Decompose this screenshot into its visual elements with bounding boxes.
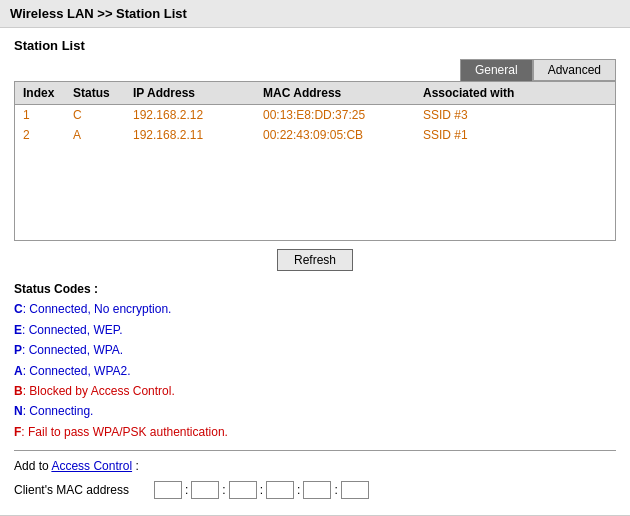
mac-label: Client's MAC address bbox=[14, 483, 154, 497]
cell-ip: 192.168.2.12 bbox=[125, 105, 255, 126]
section-title: Station List bbox=[14, 38, 616, 53]
tab-advanced[interactable]: Advanced bbox=[533, 59, 616, 81]
access-control-link[interactable]: Access Control bbox=[51, 459, 132, 473]
cell-index: 2 bbox=[15, 125, 65, 145]
mac-octet-2[interactable] bbox=[191, 481, 219, 499]
code-f-desc: : Fail to pass WPA/PSK authentication. bbox=[21, 425, 228, 439]
tab-bar: General Advanced bbox=[14, 59, 616, 81]
add-to-label: Add to bbox=[14, 459, 49, 473]
table-row: 2 A 192.168.2.11 00:22:43:09:05:CB SSID … bbox=[15, 125, 615, 145]
station-table-container: Index Status IP Address MAC Address Asso… bbox=[14, 81, 616, 241]
col-header-ip: IP Address bbox=[125, 82, 255, 105]
cell-mac: 00:22:43:09:05:CB bbox=[255, 125, 415, 145]
col-header-index: Index bbox=[15, 82, 65, 105]
cell-assoc: SSID #1 bbox=[415, 125, 615, 145]
mac-input-row: Client's MAC address : : : : : bbox=[14, 481, 616, 499]
code-b-letter: B bbox=[14, 384, 23, 398]
cell-index: 1 bbox=[15, 105, 65, 126]
code-n-letter: N bbox=[14, 404, 23, 418]
cell-ip: 192.168.2.11 bbox=[125, 125, 255, 145]
code-p-letter: P bbox=[14, 343, 22, 357]
cell-status: C bbox=[65, 105, 125, 126]
tab-general[interactable]: General bbox=[460, 59, 533, 81]
code-c-desc: : Connected, No encryption. bbox=[23, 302, 172, 316]
code-e-desc: : Connected, WEP. bbox=[22, 323, 123, 337]
col-header-assoc: Associated with bbox=[415, 82, 615, 105]
col-header-mac: MAC Address bbox=[255, 82, 415, 105]
mac-octet-4[interactable] bbox=[266, 481, 294, 499]
code-c-letter: C bbox=[14, 302, 23, 316]
mac-octet-6[interactable] bbox=[341, 481, 369, 499]
cell-status: A bbox=[65, 125, 125, 145]
col-header-status: Status bbox=[65, 82, 125, 105]
mac-octet-1[interactable] bbox=[154, 481, 182, 499]
cell-assoc: SSID #3 bbox=[415, 105, 615, 126]
table-row: 1 C 192.168.2.12 00:13:E8:DD:37:25 SSID … bbox=[15, 105, 615, 126]
refresh-row: Refresh bbox=[14, 249, 616, 271]
code-a-letter: A bbox=[14, 364, 23, 378]
cell-mac: 00:13:E8:DD:37:25 bbox=[255, 105, 415, 126]
mac-octet-5[interactable] bbox=[303, 481, 331, 499]
mac-fields: : : : : : bbox=[154, 481, 369, 499]
code-p-desc: : Connected, WPA. bbox=[22, 343, 123, 357]
code-n-desc: : Connecting. bbox=[23, 404, 94, 418]
code-b-desc: : Blocked by Access Control. bbox=[23, 384, 175, 398]
refresh-button[interactable]: Refresh bbox=[277, 249, 353, 271]
breadcrumb: Wireless LAN >> Station List bbox=[0, 0, 630, 28]
status-codes: Status Codes : C: Connected, No encrypti… bbox=[14, 279, 616, 442]
station-table: Index Status IP Address MAC Address Asso… bbox=[15, 82, 615, 145]
add-section: Add to Access Control : bbox=[14, 459, 616, 473]
code-e-letter: E bbox=[14, 323, 22, 337]
add-colon: : bbox=[132, 459, 139, 473]
divider bbox=[14, 450, 616, 451]
mac-octet-3[interactable] bbox=[229, 481, 257, 499]
status-codes-title: Status Codes : bbox=[14, 282, 98, 296]
code-a-desc: : Connected, WPA2. bbox=[23, 364, 131, 378]
